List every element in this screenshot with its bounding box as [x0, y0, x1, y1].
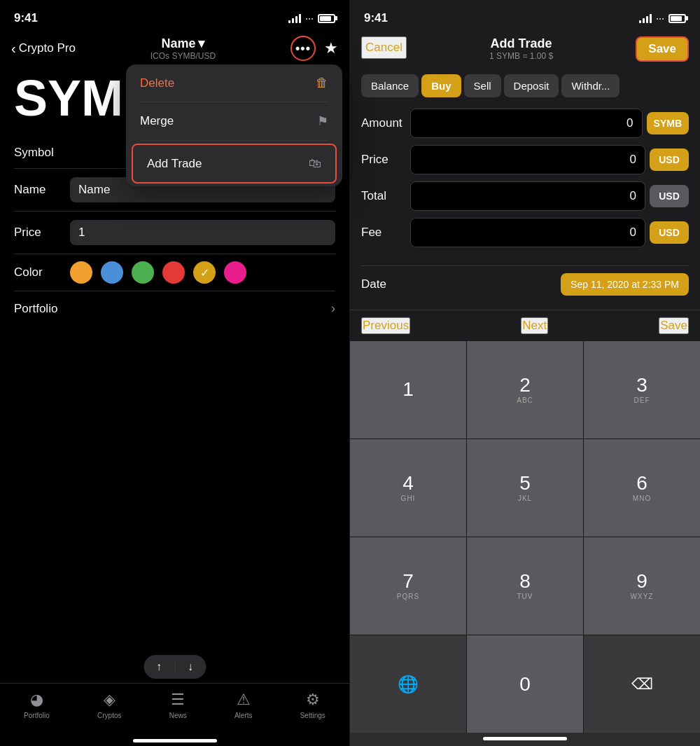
nav-item-cryptos[interactable]: ◈ Cryptos [97, 691, 121, 719]
amount-input-group: SYMB [410, 109, 689, 138]
delete-key[interactable]: ⌫ [584, 635, 700, 733]
fee-currency-badge: USD [650, 221, 689, 244]
color-green[interactable] [132, 261, 154, 284]
back-label: Crypto Pro [19, 41, 76, 55]
price-label: Price [14, 226, 70, 240]
numpad: 1 2 ABC 3 DEF 4 GHI 5 JKL 6 MNO 7 PQRS 8 [350, 341, 700, 733]
amount-row: Amount SYMB [361, 109, 689, 138]
left-navbar: ‹ Crypto Pro Name ▾ ICOs SYMB/USD ••• ★ [0, 31, 349, 66]
fee-input[interactable] [410, 218, 645, 247]
save-toolbar-button[interactable]: Save [659, 317, 689, 334]
price-row: Price [14, 212, 335, 254]
scroll-down-button[interactable]: ↓ [175, 655, 206, 679]
color-label: Color [14, 265, 70, 279]
favorite-button[interactable]: ★ [324, 39, 338, 57]
color-red[interactable] [162, 261, 185, 284]
amount-label: Amount [361, 116, 410, 130]
portfolio-row[interactable]: Portfolio › [14, 291, 335, 326]
right-home-indicator [483, 737, 567, 740]
previous-toolbar-button[interactable]: Previous [361, 317, 410, 334]
cryptos-nav-label: Cryptos [97, 712, 121, 719]
dropdown-chevron-icon: ▾ [198, 36, 204, 51]
color-picker [70, 261, 246, 284]
total-input-group: USD [410, 181, 689, 211]
key-2[interactable]: 2 ABC [467, 341, 583, 438]
right-status-bar: 9:41 ⋅⋅⋅ [350, 0, 700, 31]
key-5[interactable]: 5 JKL [467, 439, 583, 537]
key-7[interactable]: 7 PQRS [350, 537, 466, 635]
nav-item-portfolio[interactable]: ◕ Portfolio [24, 691, 50, 719]
amount-input[interactable] [410, 109, 643, 138]
price-input[interactable] [410, 145, 645, 174]
key-6[interactable]: 6 MNO [584, 439, 700, 537]
add-trade-label: Add Trade [147, 157, 202, 171]
globe-icon: 🌐 [398, 675, 419, 694]
fee-input-group: USD [410, 218, 689, 247]
key-8[interactable]: 8 TUV [467, 537, 583, 635]
cancel-button[interactable]: Cancel [361, 36, 407, 59]
alerts-nav-label: Alerts [234, 712, 253, 719]
trash-icon: 🗑 [316, 76, 328, 90]
merge-menu-item[interactable]: Merge ⚑ [126, 102, 342, 140]
total-row: Total USD [361, 181, 689, 211]
tab-deposit[interactable]: Deposit [504, 74, 559, 97]
nav-item-alerts[interactable]: ⚠ Alerts [234, 691, 253, 719]
right-home-indicator-container [350, 733, 700, 746]
save-button[interactable]: Save [636, 36, 689, 62]
key-4[interactable]: 4 GHI [350, 439, 466, 537]
alerts-nav-icon: ⚠ [237, 691, 251, 709]
nav-item-settings[interactable]: ⚙ Settings [300, 691, 326, 719]
key-3[interactable]: 3 DEF [584, 341, 700, 438]
news-nav-label: News [169, 712, 187, 719]
right-status-icons: ⋅⋅⋅ [639, 13, 686, 24]
trade-form: Amount SYMB Price USD Total USD Fee [350, 109, 700, 254]
back-button[interactable]: ‹ Crypto Pro [11, 41, 76, 57]
symbol-label: Symbol [14, 146, 70, 160]
keyboard-toolbar: Previous Next Save [350, 310, 700, 341]
color-row: Color [14, 254, 335, 291]
add-trade-menu-item[interactable]: Add Trade 🛍 [132, 144, 337, 184]
color-blue[interactable] [101, 261, 123, 284]
tab-balance[interactable]: Balance [361, 74, 419, 97]
delete-menu-item[interactable]: Delete 🗑 [126, 64, 342, 102]
color-orange-dark[interactable] [193, 261, 216, 284]
name-label: Name [14, 183, 70, 197]
price-input-group: USD [410, 145, 689, 174]
add-trade-title-group: Add Trade 1 SYMB = 1.00 $ [489, 36, 553, 61]
backspace-icon: ⌫ [631, 675, 653, 693]
tab-sell[interactable]: Sell [464, 74, 501, 97]
bottom-navigation: ◕ Portfolio ◈ Cryptos ☰ News ⚠ Alerts ⚙ … [0, 683, 349, 746]
scroll-up-button[interactable]: ↑ [144, 655, 174, 679]
portfolio-chevron-icon: › [331, 301, 335, 316]
date-row: Date Sep 11, 2020 at 2:33 PM [361, 265, 689, 303]
key-0[interactable]: 0 [467, 635, 583, 733]
total-input[interactable] [410, 181, 645, 211]
right-signal-icon [639, 13, 652, 23]
right-time: 9:41 [364, 11, 388, 25]
date-label: Date [361, 277, 561, 291]
color-orange[interactable] [70, 261, 92, 284]
tab-withdraw[interactable]: Withdr... [561, 74, 620, 97]
trade-type-tabs: Balance Buy Sell Deposit Withdr... [350, 69, 700, 103]
back-chevron-icon: ‹ [11, 41, 16, 57]
price-input[interactable] [70, 220, 335, 245]
key-9[interactable]: 9 WXYZ [584, 537, 700, 635]
date-picker[interactable]: Sep 11, 2020 at 2:33 PM [561, 273, 689, 296]
nav-item-news[interactable]: ☰ News [169, 691, 187, 719]
home-indicator [133, 739, 217, 742]
battery-icon [318, 14, 335, 23]
merge-icon: ⚑ [317, 113, 328, 129]
left-panel: 9:41 ⋅⋅⋅ ‹ Crypto Pro Name ▾ ICOs SYMB/U… [0, 0, 350, 746]
right-panel: 9:41 ⋅⋅⋅ Cancel Add Trade 1 SYMB = 1.00 … [350, 0, 700, 746]
more-options-button[interactable]: ••• [290, 36, 316, 61]
tab-buy[interactable]: Buy [421, 74, 461, 97]
total-currency-badge: USD [650, 185, 689, 207]
right-battery-icon [668, 14, 686, 23]
price-currency-badge: USD [650, 148, 689, 171]
key-1[interactable]: 1 [350, 341, 466, 438]
left-time: 9:41 [14, 11, 38, 25]
color-pink[interactable] [224, 261, 246, 284]
next-toolbar-button[interactable]: Next [521, 317, 548, 334]
news-nav-icon: ☰ [171, 691, 185, 709]
globe-key[interactable]: 🌐 [350, 635, 466, 733]
